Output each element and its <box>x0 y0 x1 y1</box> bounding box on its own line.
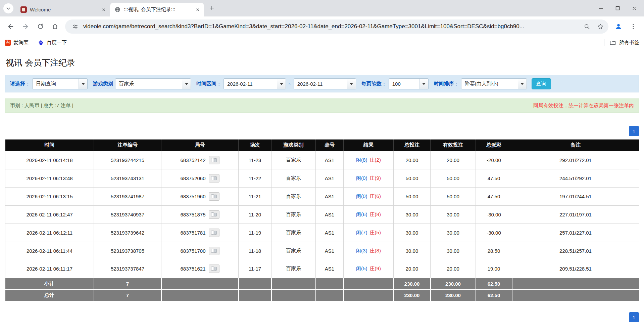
col-header-table-no: 桌号 <box>316 139 344 151</box>
cell-round: 683751781 <box>161 224 239 242</box>
folder-icon <box>609 39 616 46</box>
round-video-button[interactable] <box>209 229 219 237</box>
cell-total-payout: 19.00 <box>476 260 512 278</box>
close-button[interactable] <box>626 0 643 16</box>
cell-bet-id: 523193743131 <box>94 169 161 187</box>
date-separator: ~ <box>288 81 291 87</box>
round-video-button[interactable] <box>209 247 219 255</box>
cell-round: 683752060 <box>161 169 239 187</box>
tab-title: Welcome <box>30 7 97 12</box>
query-type-select[interactable]: 日期查询 <box>32 78 88 89</box>
back-button[interactable] <box>4 20 17 33</box>
cell-total-bet: 50.00 <box>394 169 431 187</box>
dropdown-arrow-icon[interactable] <box>347 79 356 89</box>
round-video-button[interactable] <box>209 192 219 201</box>
cell-session: 11-19 <box>239 224 271 242</box>
round-video-button[interactable] <box>209 210 219 219</box>
date-start-value: 2026-02-11 <box>224 79 277 89</box>
tab-welcome[interactable]: Welcome <box>16 3 110 16</box>
profile-button[interactable] <box>612 20 625 33</box>
result-banker: 庄(8) <box>370 211 381 217</box>
total-count: 7 <box>94 289 161 301</box>
taobao-icon: 淘 <box>5 40 11 46</box>
dropdown-arrow-icon[interactable] <box>419 79 428 89</box>
tab-search-button[interactable] <box>3 3 13 13</box>
total-payout: 62.50 <box>476 289 512 301</box>
cell-bet-id: 523193744215 <box>94 151 161 169</box>
page-1-button[interactable]: 1 <box>629 126 639 136</box>
filter-bar: 请选择： 日期查询 游戏类别 百家乐 时间区间： 2026-02-11 ~ 20… <box>5 75 639 92</box>
col-header-result: 结果 <box>344 139 394 151</box>
menu-kebab-button[interactable] <box>627 20 640 33</box>
forward-icon <box>22 23 29 30</box>
tab-close-icon[interactable] <box>100 6 107 13</box>
forward-button[interactable] <box>19 20 32 33</box>
minimize-button[interactable] <box>592 0 609 16</box>
cards-icon <box>210 212 218 217</box>
page-1-button[interactable]: 1 <box>629 312 639 322</box>
dropdown-arrow-icon[interactable] <box>182 79 191 89</box>
search-button[interactable]: 查询 <box>532 78 551 89</box>
dropdown-arrow-icon[interactable] <box>277 79 286 89</box>
result-player: 闲(0) <box>356 193 367 199</box>
dropdown-arrow-icon[interactable] <box>518 79 527 89</box>
col-header-time: 时间 <box>5 139 94 151</box>
game-type-select[interactable]: 百家乐 <box>115 78 191 89</box>
cell-valid-bet: 30.00 <box>431 205 476 224</box>
maximize-icon <box>615 6 620 10</box>
home-button[interactable] <box>48 20 62 33</box>
round-video-button[interactable] <box>209 156 219 164</box>
cell-valid-bet: 50.00 <box>431 187 476 205</box>
per-page-select[interactable]: 100 <box>389 78 429 89</box>
page-title: 视讯 会员下注纪录 <box>6 57 639 68</box>
globe-icon <box>114 6 121 13</box>
subtotal-payout: 62.50 <box>476 278 512 289</box>
tab-bet-records[interactable]: :::视讯, 会员下注纪录::: <box>110 3 204 16</box>
all-bookmarks-button[interactable]: 所有书签 <box>604 39 639 46</box>
cell-bet-id: 523193741987 <box>94 187 161 205</box>
refresh-button[interactable] <box>34 20 47 33</box>
tab-title: :::视讯, 会员下注纪录::: <box>124 6 191 13</box>
cell-round: 683751621 <box>161 260 239 278</box>
tab-close-icon[interactable] <box>194 6 201 13</box>
sort-order-select[interactable]: 降幂(由大到小) <box>461 78 527 89</box>
cards-icon <box>210 157 218 163</box>
result-player: 闲(3) <box>356 248 367 253</box>
date-end-select[interactable]: 2026-02-11 <box>294 78 356 89</box>
cell-bet-id: 523193740937 <box>94 205 161 224</box>
zoom-icon[interactable] <box>582 21 592 32</box>
filter-select-label: 请选择： <box>10 81 30 87</box>
cell-result: 闲(0) 庄(9) <box>344 169 394 187</box>
maximize-button[interactable] <box>609 0 626 16</box>
cell-time: 2026-02-11 06:11:17 <box>5 260 94 278</box>
round-number: 683752060 <box>180 175 205 181</box>
cell-note: 227.01/197.01 <box>512 205 639 224</box>
url-text[interactable]: videoie.com/game/betrecord_search/kind3?… <box>83 23 579 30</box>
cell-session: 11-18 <box>239 242 271 260</box>
total-total-bet: 230.00 <box>394 289 431 301</box>
total-label: 总计 <box>5 289 94 301</box>
date-start-select[interactable]: 2026-02-11 <box>224 78 286 89</box>
round-video-button[interactable] <box>209 265 219 273</box>
cell-session: 11-21 <box>239 187 271 205</box>
dropdown-arrow-icon[interactable] <box>79 79 87 89</box>
site-settings-icon[interactable] <box>70 21 81 32</box>
cards-icon <box>210 194 218 199</box>
home-icon <box>51 23 59 30</box>
new-tab-button[interactable] <box>207 3 217 13</box>
cell-result: 闲(0) 庄(6) <box>344 187 394 205</box>
round-number: 683751700 <box>180 248 205 254</box>
col-header-total-bet: 总投注 <box>394 139 431 151</box>
cell-note: 209.51/228.51 <box>512 260 639 278</box>
bookmark-taobao[interactable]: 淘 爱淘宝 <box>5 39 29 46</box>
bookmark-baidu[interactable]: 百度一下 <box>38 39 67 46</box>
cell-valid-bet: 30.00 <box>431 224 476 242</box>
cell-total-bet: 50.00 <box>394 187 431 205</box>
round-video-button[interactable] <box>209 174 219 183</box>
bookmark-star-icon[interactable] <box>595 21 606 32</box>
cell-time: 2026-02-11 06:12:11 <box>5 224 94 242</box>
result-banker: 庄(9) <box>370 266 381 271</box>
address-bar[interactable]: videoie.com/game/betrecord_search/kind3?… <box>65 19 608 34</box>
summary-currency-text: 币别 : 人民币 | 总共 :7 注单 | <box>10 103 73 109</box>
result-banker: 庄(9) <box>370 175 381 181</box>
